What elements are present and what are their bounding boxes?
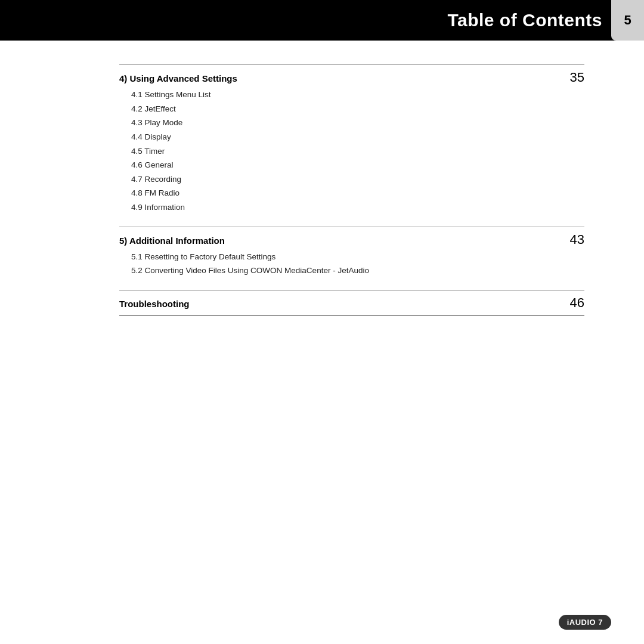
header: Table of Contents 5 — [0, 0, 644, 41]
toc-section-5: 5) Additional Information 43 5.1 Resetti… — [119, 227, 584, 278]
list-item: 4.5 Timer — [131, 144, 584, 159]
list-item: 4.3 Play Mode — [131, 116, 584, 130]
toc-section-4-page: 35 — [561, 70, 584, 85]
page-number: 5 — [624, 13, 631, 28]
list-item: 4.4 Display — [131, 130, 584, 144]
list-item: 5.1 Resetting to Factory Default Setting… — [131, 250, 584, 264]
toc-section-4-row: 4) Using Advanced Settings 35 — [119, 64, 584, 85]
list-item: 5.2 Converting Video Files Using COWON M… — [131, 264, 584, 278]
toc-section-4-title: 4) Using Advanced Settings — [119, 73, 237, 83]
list-item: 4.7 Recording — [131, 172, 584, 187]
list-item: 4.9 Information — [131, 200, 584, 215]
toc-section-5-subitems: 5.1 Resetting to Factory Default Setting… — [131, 250, 584, 278]
toc-section-4-subitems: 4.1 Settings Menu List 4.2 JetEffect 4.3… — [131, 88, 584, 215]
toc-content: 4) Using Advanced Settings 35 4.1 Settin… — [0, 41, 644, 340]
toc-troubleshooting-page: 46 — [561, 295, 584, 311]
list-item: 4.2 JetEffect — [131, 102, 584, 116]
toc-section-5-row: 5) Additional Information 43 — [119, 227, 584, 247]
toc-section-5-title: 5) Additional Information — [119, 236, 225, 246]
list-item: 4.6 General — [131, 158, 584, 172]
toc-troubleshooting-title: Troubleshooting — [119, 299, 190, 309]
toc-section-5-page: 43 — [561, 232, 584, 247]
list-item: 4.8 FM Radio — [131, 186, 584, 200]
footer-brand: iAUDIO 7 — [559, 617, 611, 627]
page-number-badge: 5 — [611, 0, 644, 41]
list-item: 4.1 Settings Menu List — [131, 88, 584, 102]
toc-troubleshooting-row: Troubleshooting 46 — [119, 290, 584, 316]
toc-section-4: 4) Using Advanced Settings 35 4.1 Settin… — [119, 64, 584, 215]
brand-label: iAUDIO 7 — [559, 615, 611, 630]
